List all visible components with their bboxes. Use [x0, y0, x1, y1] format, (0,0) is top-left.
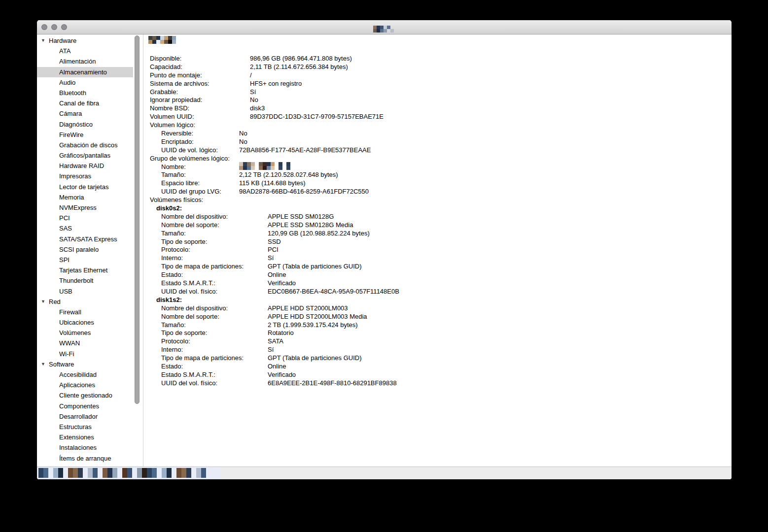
sidebar-item-memoria[interactable]: Memoria	[37, 192, 133, 202]
sidebar-item-ubicaciones[interactable]: Ubicaciones	[37, 317, 133, 328]
redacted-pixel	[88, 473, 93, 478]
sidebar-item-hardware-raid[interactable]: Hardware RAID	[37, 161, 133, 171]
redacted-pixel	[394, 29, 397, 33]
sidebar-item-wwan[interactable]: WWAN	[37, 338, 133, 348]
sidebar-item-impresoras[interactable]: Impresoras	[37, 171, 133, 181]
sidebar-item-accesibilidad[interactable]: Accesibilidad	[37, 369, 133, 380]
sidebar-scrollbar-track[interactable]	[133, 34, 143, 467]
sidebar-item-sata-sata-express[interactable]: SATA/SATA Express	[37, 234, 133, 244]
info-label: UUID de vol. lógico:	[161, 146, 239, 155]
info-value: Online	[268, 271, 286, 279]
sidebar-group-red[interactable]: ▼Red	[37, 297, 133, 307]
redacted-pixel	[157, 473, 162, 478]
sidebar-item-componentes[interactable]: Componentes	[37, 401, 133, 411]
info-value: 89D37DDC-1D3D-31C7-9709-57157EBAE71E	[250, 113, 384, 121]
sidebar-group-hardware[interactable]: ▼Hardware	[37, 35, 133, 46]
sidebar-item-firewall[interactable]: Firewall	[37, 307, 133, 317]
redacted-pixel	[196, 473, 201, 478]
sidebar-item-estructuras[interactable]: Estructuras	[37, 422, 133, 432]
redacted-pixel	[390, 26, 394, 29]
redacted-pixel	[255, 162, 259, 166]
info-label: Nombre del soporte:	[161, 313, 268, 321]
redacted-pixel	[142, 468, 147, 473]
info-value: 120,99 GB (120.988.852.224 bytes)	[268, 230, 370, 238]
sidebar-item-items-de-arranque[interactable]: Ítems de arranque	[37, 453, 133, 464]
info-value: Verificado	[268, 279, 296, 288]
sidebar-group-software[interactable]: ▼Software	[37, 359, 133, 369]
redacted-pixel	[147, 473, 152, 478]
info-label: Interno:	[161, 254, 268, 263]
info-value: No	[250, 96, 258, 104]
sidebar-item-alimentacion[interactable]: Alimentación	[37, 56, 133, 66]
redacted-pixel	[117, 473, 122, 478]
sidebar-item-bluetooth[interactable]: Bluetooth	[37, 88, 133, 98]
zoom-button[interactable]	[61, 24, 67, 30]
sidebar-item-instalaciones[interactable]: Instalaciones	[37, 442, 133, 453]
sidebar-item-pci[interactable]: PCI	[37, 213, 133, 223]
redacted-pixel	[68, 473, 73, 478]
sidebar-item-firewire[interactable]: FireWire	[37, 130, 133, 140]
info-value: HFS+ con registro	[250, 80, 302, 88]
sidebar-item-nvmexpress[interactable]: NVMExpress	[37, 202, 133, 213]
sidebar-item-wi-fi[interactable]: Wi-Fi	[37, 349, 133, 359]
info-label: Tamaño:	[161, 321, 268, 330]
info-label: Nombre del dispositivo:	[161, 213, 268, 221]
sidebar-item-extensiones[interactable]: Extensiones	[37, 432, 133, 442]
sidebar-item-ata[interactable]: ATA	[37, 46, 133, 56]
sidebar-item-volumenes[interactable]: Volúmenes	[37, 328, 133, 338]
sidebar-item-cliente-gestionado[interactable]: Cliente gestionado	[37, 390, 133, 400]
redacted-pixel	[243, 166, 247, 170]
sidebar-item-graficos-pantallas[interactable]: Gráficos/pantallas	[37, 150, 133, 161]
disk-section-header: disk0s2:	[143, 204, 732, 213]
sidebar-item-spi[interactable]: SPI	[37, 255, 133, 265]
sidebar-item-lector-de-tarjetas[interactable]: Lector de tarjetas	[37, 182, 133, 192]
info-label: Disponible:	[150, 55, 250, 63]
sidebar-item-thunderbolt[interactable]: Thunderbolt	[37, 275, 133, 286]
redacted-pixel	[137, 468, 142, 473]
info-value: PCI	[268, 246, 279, 254]
sidebar-item-sas[interactable]: SAS	[37, 223, 133, 233]
redacted-pixel	[167, 473, 172, 478]
sidebar-scrollbar-thumb[interactable]	[135, 35, 140, 404]
sidebar-item-audio[interactable]: Audio	[37, 77, 133, 88]
sidebar-item-desarrollador[interactable]: Desarrollador	[37, 411, 133, 422]
redacted-pixel	[172, 473, 176, 478]
sidebar-item-tarjetas-ethernet[interactable]: Tarjetas Ethernet	[37, 265, 133, 275]
info-row: Interno:Sí	[143, 254, 732, 263]
sidebar-item-canal-de-fibra[interactable]: Canal de fibra	[37, 98, 133, 108]
info-row: Estado S.M.A.R.T.:Verificado	[143, 279, 732, 288]
info-label: Estado S.M.A.R.T.:	[161, 279, 268, 288]
sidebar-item-aplicaciones[interactable]: Aplicaciones	[37, 380, 133, 390]
info-label: Nombre del dispositivo:	[161, 304, 268, 313]
sidebar-item-usb[interactable]: USB	[37, 286, 133, 297]
redacted-pixel	[58, 468, 63, 473]
info-row: Estado:Online	[143, 271, 732, 279]
redacted-pixel	[103, 468, 107, 473]
info-row: Tamaño:120,99 GB (120.988.852.224 bytes)	[143, 230, 732, 238]
redacted-pixel	[176, 468, 181, 473]
sidebar-item-almacenamiento[interactable]: Almacenamiento	[37, 67, 133, 77]
redacted-pixel	[148, 36, 152, 40]
redacted-pixel	[68, 468, 73, 473]
sidebar-item-diagnostico[interactable]: Diagnóstico	[37, 119, 133, 130]
info-row: Interno:Sí	[143, 346, 732, 354]
sidebar-item-grabacion-de-discos[interactable]: Grabación de discos	[37, 140, 133, 150]
sidebar-item-camara[interactable]: Cámara	[37, 108, 133, 119]
redacted-pixel	[43, 473, 48, 478]
redacted-pixel	[186, 473, 191, 478]
window-titlebar[interactable]	[37, 20, 732, 34]
redacted-pixel	[142, 473, 147, 478]
sidebar-group-label: Hardware	[49, 37, 76, 44]
disclosure-triangle-icon[interactable]: ▼	[41, 297, 45, 307]
category-sidebar[interactable]: ▼HardwareATAAlimentaciónAlmacenamientoAu…	[37, 34, 133, 467]
info-row: Disponible:986,96 GB (986.964.471.808 by…	[143, 55, 732, 63]
close-button[interactable]	[41, 24, 47, 30]
info-label: Interno:	[161, 346, 268, 354]
volume-name-redacted	[148, 36, 732, 44]
redacted-pixel	[282, 166, 286, 170]
disclosure-triangle-icon[interactable]: ▼	[41, 35, 45, 46]
sidebar-item-scsi-paralelo[interactable]: SCSI paralelo	[37, 244, 133, 255]
window-body: ▼HardwareATAAlimentaciónAlmacenamientoAu…	[37, 34, 732, 467]
minimize-button[interactable]	[51, 24, 57, 30]
disclosure-triangle-icon[interactable]: ▼	[41, 359, 45, 369]
